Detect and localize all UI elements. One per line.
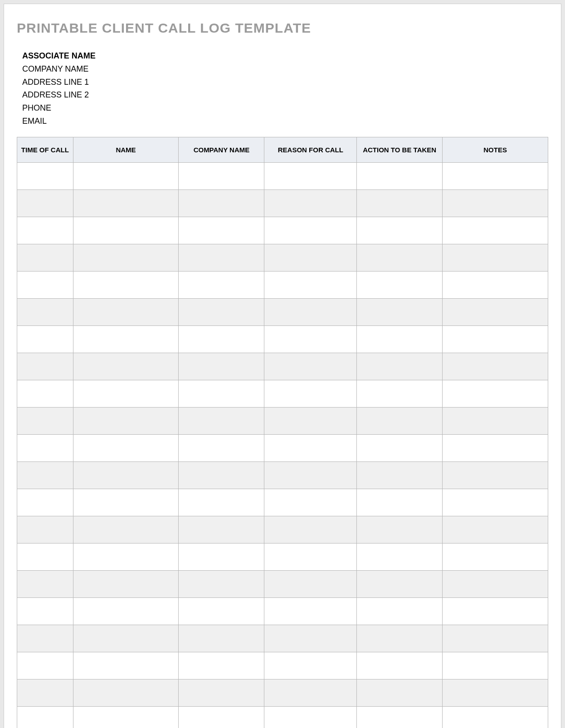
- table-row: [17, 162, 548, 189]
- table-cell: [264, 271, 357, 298]
- table-cell: [17, 353, 73, 380]
- call-log-table: TIME OF CALL NAME COMPANY NAME REASON FO…: [17, 137, 548, 728]
- table-cell: [179, 679, 264, 706]
- table-cell: [73, 217, 179, 244]
- email-label: EMAIL: [22, 115, 548, 128]
- table-cell: [17, 461, 73, 489]
- address-line-2-label: ADDRESS LINE 2: [22, 88, 548, 102]
- col-header-time: TIME OF CALL: [17, 137, 73, 162]
- table-cell: [264, 189, 357, 217]
- table-cell: [357, 298, 443, 325]
- table-cell: [17, 325, 73, 353]
- table-cell: [73, 461, 179, 489]
- table-cell: [357, 489, 443, 516]
- page-title: PRINTABLE CLIENT CALL LOG TEMPLATE: [17, 20, 548, 36]
- table-cell: [443, 353, 548, 380]
- table-row: [17, 298, 548, 325]
- table-cell: [264, 162, 357, 189]
- table-row: [17, 652, 548, 679]
- table-cell: [17, 271, 73, 298]
- company-name-label: COMPANY NAME: [22, 63, 548, 76]
- table-cell: [73, 434, 179, 461]
- table-cell: [443, 679, 548, 706]
- table-cell: [73, 489, 179, 516]
- table-cell: [73, 625, 179, 652]
- table-cell: [73, 271, 179, 298]
- table-cell: [17, 597, 73, 625]
- table-cell: [17, 298, 73, 325]
- table-cell: [443, 652, 548, 679]
- table-cell: [357, 461, 443, 489]
- table-cell: [17, 217, 73, 244]
- table-cell: [73, 189, 179, 217]
- table-cell: [17, 434, 73, 461]
- table-cell: [17, 189, 73, 217]
- table-cell: [179, 461, 264, 489]
- table-cell: [179, 516, 264, 543]
- table-cell: [443, 162, 548, 189]
- table-row: [17, 489, 548, 516]
- table-row: [17, 353, 548, 380]
- phone-label: PHONE: [22, 102, 548, 115]
- header-info-block: ASSOCIATE NAME COMPANY NAME ADDRESS LINE…: [22, 49, 548, 128]
- table-cell: [357, 652, 443, 679]
- table-cell: [264, 597, 357, 625]
- table-cell: [443, 625, 548, 652]
- table-cell: [17, 679, 73, 706]
- table-cell: [264, 652, 357, 679]
- table-cell: [73, 543, 179, 570]
- table-row: [17, 516, 548, 543]
- table-cell: [443, 597, 548, 625]
- table-cell: [179, 407, 264, 434]
- table-cell: [73, 407, 179, 434]
- table-header-row: TIME OF CALL NAME COMPANY NAME REASON FO…: [17, 137, 548, 162]
- table-cell: [179, 434, 264, 461]
- table-cell: [179, 543, 264, 570]
- table-cell: [73, 162, 179, 189]
- table-cell: [443, 570, 548, 597]
- table-cell: [443, 706, 548, 728]
- table-cell: [17, 244, 73, 271]
- table-row: [17, 461, 548, 489]
- table-cell: [443, 516, 548, 543]
- table-cell: [264, 325, 357, 353]
- table-row: [17, 244, 548, 271]
- table-row: [17, 271, 548, 298]
- table-cell: [179, 162, 264, 189]
- col-header-reason: REASON FOR CALL: [264, 137, 357, 162]
- table-cell: [357, 434, 443, 461]
- table-cell: [73, 244, 179, 271]
- table-cell: [73, 706, 179, 728]
- col-header-name: NAME: [73, 137, 179, 162]
- table-cell: [357, 516, 443, 543]
- table-cell: [17, 162, 73, 189]
- table-cell: [179, 570, 264, 597]
- table-cell: [264, 679, 357, 706]
- table-cell: [179, 380, 264, 407]
- table-cell: [443, 543, 548, 570]
- table-cell: [264, 434, 357, 461]
- table-cell: [357, 407, 443, 434]
- table-cell: [264, 625, 357, 652]
- table-row: [17, 217, 548, 244]
- table-cell: [264, 380, 357, 407]
- table-row: [17, 325, 548, 353]
- table-cell: [73, 652, 179, 679]
- table-cell: [179, 271, 264, 298]
- table-cell: [443, 244, 548, 271]
- table-cell: [443, 434, 548, 461]
- table-cell: [357, 543, 443, 570]
- table-cell: [179, 652, 264, 679]
- table-cell: [17, 489, 73, 516]
- table-cell: [357, 244, 443, 271]
- table-cell: [179, 217, 264, 244]
- table-cell: [179, 489, 264, 516]
- table-cell: [73, 679, 179, 706]
- table-cell: [443, 189, 548, 217]
- table-cell: [264, 570, 357, 597]
- table-cell: [73, 570, 179, 597]
- table-row: [17, 570, 548, 597]
- table-cell: [357, 570, 443, 597]
- table-cell: [264, 543, 357, 570]
- table-cell: [443, 325, 548, 353]
